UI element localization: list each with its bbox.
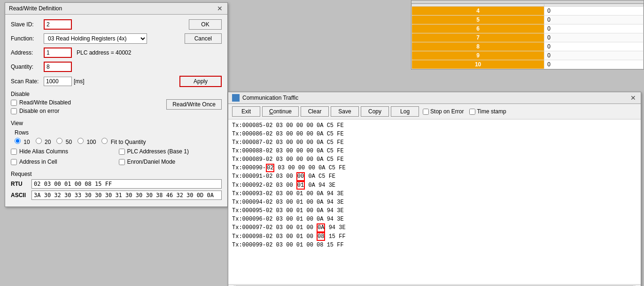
row-100-label[interactable]: 100 (78, 138, 96, 145)
view-label: View (11, 120, 222, 127)
row-100-radio[interactable] (78, 138, 84, 144)
highlight-01-92: 01 (296, 181, 305, 190)
copy-button[interactable]: Copy (361, 106, 389, 117)
row-value-cell: 0 (544, 33, 644, 42)
rows-section: 10 20 50 100 Fit to Quantity (15, 138, 222, 145)
comm-line: Tx:000094-02 03 00 01 00 0A 94 3E (232, 198, 637, 207)
comm-line: Tx:000098-02 03 00 01 00 08 15 FF (232, 232, 637, 241)
row-50-radio[interactable] (56, 138, 62, 144)
slave-id-input[interactable] (44, 19, 72, 30)
apply-button[interactable]: Apply (179, 76, 222, 87)
table-row: 80 (412, 42, 644, 51)
save-button[interactable]: Save (331, 106, 359, 117)
table-row: 50 (412, 16, 644, 24)
log-button[interactable]: Log (391, 106, 419, 117)
hide-alias-label: Hide Alias Columns (19, 148, 68, 155)
row-20-radio[interactable] (36, 138, 42, 144)
highlight-00-91: 00 (296, 172, 305, 181)
comm-content[interactable]: Tx:000085-02 03 00 00 00 0A C5 FETx:0000… (228, 119, 641, 284)
stop-on-error-row: Stop on Error (423, 108, 464, 115)
enron-label: Enron/Daniel Mode (127, 159, 176, 165)
row-10-label[interactable]: 10 (15, 138, 30, 145)
function-select[interactable]: 03 Read Holding Registers (4x) (44, 33, 147, 44)
row-10-radio[interactable] (15, 138, 21, 144)
comm-scrollbar[interactable]: ◀ ▶ (228, 284, 641, 286)
cancel-button[interactable]: Cancel (185, 33, 222, 44)
highlight-0a-97: 0A (317, 223, 325, 232)
table-row: 90 (412, 51, 644, 60)
clear-button[interactable]: Clear (301, 106, 329, 117)
quantity-label: Quantity: (11, 64, 44, 70)
row-index-cell: 5 (412, 16, 544, 24)
comm-line: Tx:000086-02 03 00 00 00 0A C5 FE (232, 130, 637, 138)
rows-label: Rows (15, 129, 222, 136)
continue-button[interactable]: Continue (262, 106, 299, 117)
highlight-08-98: 08 (317, 232, 325, 241)
address-in-cell-label: Address in Cell (19, 159, 57, 165)
view-section: View Rows 10 20 50 100 Fit to Quantity H… (11, 120, 222, 167)
time-stamp-row: Time stamp (469, 108, 506, 115)
slave-id-row: Slave ID: OK (11, 19, 222, 30)
enron-checkbox[interactable] (119, 159, 125, 165)
comm-line: Tx:000085-02 03 00 00 00 0A C5 FE (232, 121, 637, 130)
address-in-cell-checkbox[interactable] (11, 159, 17, 165)
ascii-value[interactable] (31, 191, 222, 200)
comm-line: Tx:000096-02 03 00 01 00 0A 94 3E (232, 215, 637, 223)
comm-title-left: Communication Traffic (232, 94, 298, 102)
comm-line: Tx:000097-02 03 00 01 00 0A 94 3E (232, 223, 637, 232)
rw-title: Read/Write Definition (9, 5, 62, 12)
comm-title: Communication Traffic (242, 95, 298, 101)
address-input[interactable] (44, 48, 72, 58)
stop-on-error-label: Stop on Error (430, 108, 464, 115)
quantity-row: Quantity: (11, 62, 222, 72)
comm-line: Tx:000087-02 03 00 00 00 0A C5 FE (232, 138, 637, 147)
exit-button[interactable]: Exit (232, 106, 260, 117)
row-value-cell: 0 (544, 16, 644, 24)
ms-label: [ms] (74, 78, 85, 85)
ascii-row: ASCII (11, 191, 222, 200)
comm-line: Tx:000092-02 03 00 01 0A 94 3E (232, 181, 637, 190)
scan-rate-input[interactable] (44, 77, 72, 86)
rw-close-button[interactable]: ✕ (216, 5, 224, 12)
continue-rest: ontinue (273, 108, 292, 115)
rtu-value[interactable] (31, 179, 222, 189)
time-stamp-checkbox[interactable] (469, 109, 475, 115)
scroll-right-arrow[interactable]: ▶ (635, 284, 639, 286)
table-row: 60 (412, 24, 644, 33)
row-index-cell: 10 (412, 60, 544, 69)
enron-row: Enron/Daniel Mode (119, 159, 222, 165)
comm-close-button[interactable]: ✕ (629, 94, 637, 102)
table-row: 70 (412, 33, 644, 42)
function-row: Function: 03 Read Holding Registers (4x)… (11, 33, 222, 44)
comm-line: Tx:000095-02 03 00 01 00 0A 94 3E (232, 207, 637, 215)
read-write-disabled-checkbox[interactable] (11, 100, 17, 106)
rwonce-button[interactable]: Read/Write Once (166, 99, 222, 110)
row-value-cell: 0 (544, 51, 644, 60)
table-row: 100 (412, 60, 644, 69)
disable-on-error-checkbox[interactable] (11, 108, 17, 114)
ascii-label: ASCII (11, 192, 31, 199)
table-row: 40 (412, 7, 644, 16)
scroll-left-arrow[interactable]: ◀ (230, 284, 234, 286)
row-fit-radio[interactable] (101, 138, 108, 144)
hide-alias-checkbox[interactable] (11, 149, 17, 155)
stop-on-error-checkbox[interactable] (423, 109, 429, 115)
row-fit-label[interactable]: Fit to Quantity (101, 138, 146, 145)
comm-line: Tx:000089-02 03 00 00 00 0A C5 FE (232, 155, 637, 164)
comm-line: Tx:000091-02 03 00 00 0A C5 FE (232, 172, 637, 181)
ok-button[interactable]: OK (189, 19, 222, 30)
disable-on-error-label: Disable on error (19, 108, 59, 114)
highlight-02: 02 (266, 164, 274, 172)
plc-address-text: PLC address = 40002 (77, 49, 131, 56)
rw-definition-window: Read/Write Definition ✕ Slave ID: OK Fun… (5, 2, 228, 207)
comm-line: Tx:000090-02 03 00 00 00 0A C5 FE (232, 164, 637, 172)
row-50-label[interactable]: 50 (56, 138, 72, 145)
plc-addresses-checkbox[interactable] (119, 149, 125, 155)
quantity-input[interactable] (44, 62, 72, 72)
row-index-cell: 4 (412, 7, 544, 16)
comm-line: Tx:000093-02 03 00 01 00 0A 94 3E (232, 190, 637, 198)
scan-rate-label: Scan Rate: (11, 78, 44, 85)
comm-window: Communication Traffic ✕ Exit Continue Cl… (228, 92, 641, 286)
row-index-cell: 6 (412, 24, 544, 33)
row-20-label[interactable]: 20 (36, 138, 51, 145)
